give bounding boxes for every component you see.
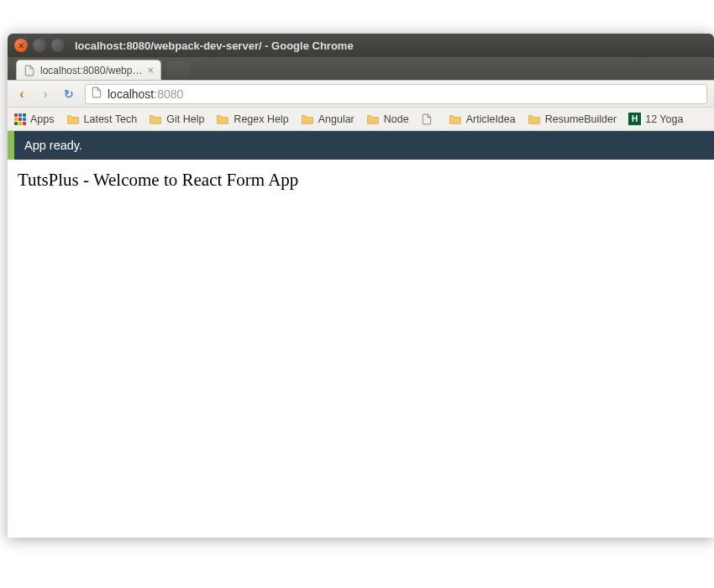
url-host: localhost: [108, 87, 154, 101]
toolbar: ‹ › ↻ localhost:8080: [8, 81, 714, 108]
new-tab-button[interactable]: [166, 61, 190, 78]
folder-icon: [66, 113, 80, 124]
url-port: :8080: [154, 87, 183, 101]
browser-window: ✕ localhost:8080/webpack-dev-server/ - G…: [8, 34, 714, 538]
folder-icon: [301, 113, 314, 124]
page-icon: [24, 65, 35, 76]
apps-shortcut[interactable]: Apps: [13, 112, 56, 127]
bookmark-page[interactable]: [419, 112, 438, 127]
bookmark-label: ResumeBuilder: [545, 113, 617, 125]
reload-button[interactable]: ↻: [61, 87, 76, 102]
window-title: localhost:8080/webpack-dev-server/ - Goo…: [75, 39, 354, 52]
bookmark-label: Angular: [318, 113, 354, 125]
forward-button: ›: [38, 87, 53, 102]
window-maximize-button[interactable]: [51, 39, 65, 52]
bookmark-page[interactable]: H 12 Yoga: [627, 111, 685, 127]
page-content: TutsPlus - Welcome to React Form App: [8, 160, 714, 201]
bookmark-label: Latest Tech: [84, 113, 138, 125]
status-bar: App ready.: [8, 131, 714, 160]
page-icon: [421, 113, 433, 125]
bookmarks-bar: Apps Latest Tech Git Help Regex Help Ang…: [8, 108, 714, 131]
bookmark-folder[interactable]: Latest Tech: [65, 112, 139, 127]
folder-icon: [149, 113, 162, 124]
folder-icon: [366, 113, 380, 124]
bookmark-folder[interactable]: ResumeBuilder: [526, 112, 618, 127]
window-close-button[interactable]: ✕: [14, 39, 28, 52]
apps-label: Apps: [30, 113, 55, 125]
bookmark-label: ArticleIdea: [466, 113, 516, 125]
tab-close-icon[interactable]: ×: [147, 65, 154, 76]
status-text: App ready.: [24, 139, 82, 152]
folder-icon: [528, 113, 541, 124]
page-heading: TutsPlus - Welcome to React Form App: [18, 170, 704, 191]
bookmark-label: Git Help: [166, 113, 204, 125]
address-bar[interactable]: localhost:8080: [85, 84, 707, 104]
bookmark-folder[interactable]: Regex Help: [214, 112, 290, 127]
site-favicon: H: [628, 113, 641, 125]
window-minimize-button[interactable]: [33, 39, 46, 52]
tabstrip: localhost:8080/webp… ×: [8, 57, 714, 81]
titlebar: ✕ localhost:8080/webpack-dev-server/ - G…: [8, 34, 714, 57]
bookmark-label: Regex Help: [234, 113, 288, 125]
bookmark-label: Node: [384, 113, 409, 125]
page-icon: [91, 87, 102, 102]
bookmark-folder[interactable]: Git Help: [147, 112, 206, 127]
folder-icon: [449, 113, 462, 124]
bookmark-folder[interactable]: ArticleIdea: [447, 112, 517, 127]
back-button[interactable]: ‹: [14, 87, 29, 102]
bookmark-folder[interactable]: Angular: [299, 112, 356, 127]
apps-icon: [14, 113, 26, 125]
url-text: localhost:8080: [108, 87, 183, 101]
browser-tab[interactable]: localhost:8080/webp… ×: [16, 60, 161, 80]
bookmark-label: 12 Yoga: [645, 113, 683, 125]
bookmark-folder[interactable]: Node: [365, 112, 411, 127]
tab-title: localhost:8080/webp…: [40, 65, 142, 76]
folder-icon: [216, 113, 229, 124]
